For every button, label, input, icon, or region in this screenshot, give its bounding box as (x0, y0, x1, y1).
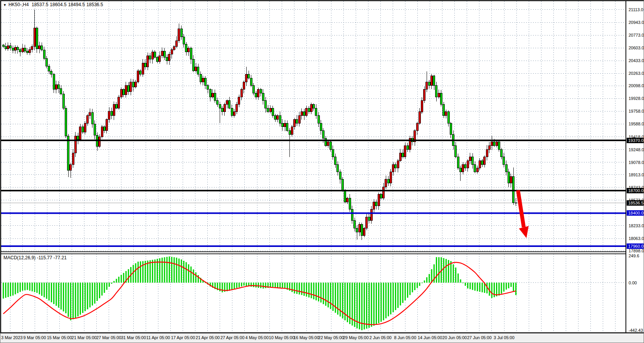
macd-histogram-bar (450, 261, 451, 283)
macd-histogram-bar (409, 283, 410, 295)
macd-histogram-bar (503, 283, 504, 292)
candle-body (70, 164, 72, 171)
macd-histogram-bar (109, 283, 110, 287)
candle-body (140, 71, 141, 74)
candle-body (298, 116, 300, 123)
price-tick-label: 20603.0 (629, 46, 644, 50)
chart-canvas[interactable] (0, 0, 644, 343)
macd-histogram-bar (395, 283, 396, 310)
macd-histogram-bar (253, 283, 254, 287)
candle-body (361, 225, 363, 236)
candle-body (387, 179, 389, 183)
candle-body (45, 59, 47, 66)
macd-histogram-bar (282, 283, 283, 288)
candle-body (62, 94, 64, 108)
macd-histogram-bar (457, 274, 459, 283)
candle-body (303, 112, 305, 116)
macd-histogram-bar (61, 283, 62, 310)
macd-histogram-bar (400, 283, 401, 306)
macd-histogram-bar (422, 283, 423, 283)
breakdown-arrow-head[interactable] (519, 226, 528, 238)
date-tick-label: 10 May 05:00 (269, 335, 295, 340)
price-badge-17960.0: 17960.0 (627, 243, 644, 249)
macd-histogram-bar (190, 267, 192, 283)
candle-body (308, 108, 310, 112)
candle-body (209, 90, 211, 97)
candle-body (29, 50, 31, 53)
candle-body (301, 112, 303, 116)
candle-body (323, 131, 325, 138)
price-tick-label: 19248.0 (629, 147, 644, 152)
candle-body (399, 153, 401, 161)
candle-body (310, 105, 312, 112)
macd-histogram-bar (364, 283, 365, 329)
date-tick-label: 27 Jun 05:00 (467, 335, 492, 340)
candle-body (380, 194, 382, 198)
candle-body (185, 44, 187, 52)
macd-histogram-bar (371, 283, 372, 327)
candle-body (503, 157, 505, 164)
macd-histogram-bar (301, 283, 302, 295)
collapse-triangle-icon[interactable]: ▼ (3, 3, 7, 7)
macd-histogram-bar (116, 279, 117, 283)
breakdown-arrow-shaft[interactable] (518, 190, 524, 227)
macd-histogram-bar (465, 283, 466, 286)
candle-body (161, 51, 163, 56)
macd-histogram-bar (332, 283, 333, 311)
candle-body (159, 56, 161, 62)
candle-body (272, 108, 274, 115)
macd-histogram-bar (291, 283, 293, 292)
candle-body (212, 93, 214, 97)
macd-histogram-bar (181, 260, 182, 283)
candle-body (221, 108, 223, 112)
candle-body (433, 76, 435, 86)
candle-body (356, 228, 358, 232)
candle-body (274, 116, 276, 120)
candle-body (14, 47, 16, 51)
candle-body (240, 90, 242, 97)
candle-body (479, 161, 481, 168)
candle-body (484, 157, 486, 164)
candle-body (226, 101, 228, 105)
macd-histogram-bar (173, 257, 175, 283)
candle-body (128, 86, 129, 92)
date-tick-label: 3 Mar 2023 (1, 335, 23, 340)
price-badge-18400.0: 18400.0 (627, 210, 644, 216)
macd-histogram-bar (94, 283, 95, 304)
date-tick-label: 14 Jun 05:00 (418, 335, 442, 340)
macd-lower-scale-label: -442.43 (629, 328, 643, 333)
price-tick-label: 18063.0 (629, 236, 644, 241)
date-tick-label: 22 May 05:00 (318, 335, 344, 340)
macd-histogram-bar (258, 283, 259, 288)
macd-histogram-bar (479, 283, 480, 292)
candle-body (5, 47, 7, 49)
candle-body (513, 176, 515, 203)
macd-histogram-bar (501, 283, 502, 294)
macd-histogram-bar (325, 283, 326, 306)
macd-histogram-bar (34, 283, 35, 292)
price-tick-label: 20263.0 (629, 71, 644, 76)
price-tick-label: 18913.0 (629, 172, 644, 177)
candle-body (108, 111, 110, 119)
candle-body (166, 57, 168, 61)
candle-body (395, 164, 397, 168)
date-tick-label: 27 Apr 05:00 (220, 335, 244, 340)
candle-body (50, 71, 52, 74)
date-tick-label: 16 May 05:00 (294, 335, 319, 340)
macd-histogram-bar (472, 283, 473, 290)
date-tick-label: 15 Mar 05:00 (47, 335, 72, 340)
macd-histogram-bar (193, 269, 194, 282)
panel-separator[interactable] (0, 252, 626, 254)
candle-body (113, 105, 115, 116)
candle-body (229, 101, 230, 108)
macd-histogram-bar (313, 283, 314, 299)
macd-histogram-bar (150, 260, 151, 282)
macd-histogram-bar (438, 257, 439, 283)
macd-histogram-bar (97, 283, 98, 301)
macd-histogram-bar (106, 283, 108, 290)
candle-body (41, 46, 43, 50)
candle-body (515, 203, 517, 203)
candle-body (330, 142, 331, 149)
macd-histogram-bar (272, 283, 273, 287)
macd-histogram-bar (99, 283, 100, 299)
